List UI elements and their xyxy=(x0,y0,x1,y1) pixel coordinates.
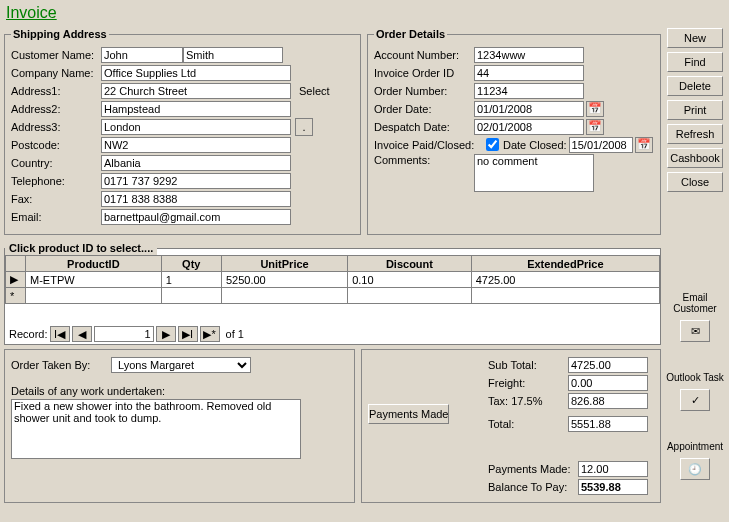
paid-checkbox[interactable] xyxy=(486,138,499,151)
nav-next-icon[interactable]: ▶ xyxy=(156,326,176,342)
calendar-icon[interactable]: 📅 xyxy=(586,101,604,117)
order-taken-select[interactable]: Lyons Margaret xyxy=(111,357,251,373)
outlook-task-label: Outlook Task xyxy=(666,372,724,383)
tax-value xyxy=(568,393,648,409)
table-row[interactable]: ▶ M-ETPW 1 5250.00 0.10 4725.00 xyxy=(6,272,660,288)
cell-discount[interactable]: 0.10 xyxy=(348,272,472,288)
shipping-fieldset: Shipping Address Customer Name: Company … xyxy=(4,28,361,235)
label-ordernum: Order Number: xyxy=(374,85,474,97)
company-input[interactable] xyxy=(101,65,291,81)
despatch-input[interactable] xyxy=(474,119,584,135)
cell-qty[interactable]: 1 xyxy=(161,272,221,288)
label-telephone: Telephone: xyxy=(11,175,101,187)
col-unitprice[interactable]: UnitPrice xyxy=(221,256,347,272)
record-pos-input[interactable] xyxy=(94,326,154,342)
totals-panel: Payments Made Sub Total: Freight: Tax: 1… xyxy=(361,349,661,503)
last-name-input[interactable] xyxy=(183,47,283,63)
addr2-input[interactable] xyxy=(101,101,291,117)
cell-unitprice[interactable]: 5250.00 xyxy=(221,272,347,288)
label-despatch: Despatch Date: xyxy=(374,121,474,133)
comments-textarea[interactable]: no comment xyxy=(474,154,594,192)
telephone-input[interactable] xyxy=(101,173,291,189)
delete-button[interactable]: Delete xyxy=(667,76,723,96)
product-grid-fieldset: Click product ID to select.... ProductID… xyxy=(4,241,661,345)
page-title: Invoice xyxy=(0,0,729,26)
orderdate-input[interactable] xyxy=(474,101,584,117)
payments-made-button[interactable]: Payments Made xyxy=(368,404,449,424)
work-details-textarea[interactable]: Fixed a new shower into the bathroom. Re… xyxy=(11,399,301,459)
label-invoiceid: Invoice Order ID xyxy=(374,67,474,79)
shipping-legend: Shipping Address xyxy=(11,28,109,40)
calendar-icon[interactable]: 📅 xyxy=(586,119,604,135)
label-customer: Customer Name: xyxy=(11,49,101,61)
col-discount[interactable]: Discount xyxy=(348,256,472,272)
new-button[interactable]: New xyxy=(667,28,723,48)
current-row-icon: ▶ xyxy=(6,272,26,288)
cell-productid[interactable]: M-ETPW xyxy=(26,272,162,288)
nav-new-icon[interactable]: ▶* xyxy=(200,326,220,342)
label-addr1: Address1: xyxy=(11,85,101,97)
first-name-input[interactable] xyxy=(101,47,183,63)
email-input[interactable] xyxy=(101,209,291,225)
col-extended[interactable]: ExtendedPrice xyxy=(471,256,659,272)
refresh-button[interactable]: Refresh xyxy=(667,124,723,144)
payments-value xyxy=(578,461,648,477)
calendar-icon[interactable]: 📅 xyxy=(635,137,653,153)
row-selector-header xyxy=(6,256,26,272)
new-row[interactable]: * xyxy=(6,288,660,304)
email-customer-label: Email Customer xyxy=(665,292,725,314)
details-label: Details of any work undertaken: xyxy=(11,385,348,397)
appointment-label: Appointment xyxy=(667,441,723,452)
label-postcode: Postcode: xyxy=(11,139,101,151)
label-paid: Invoice Paid/Closed: xyxy=(374,139,486,151)
label-account: Account Number: xyxy=(374,49,474,61)
side-buttons: New Find Delete Print Refresh Cashbook C… xyxy=(665,28,725,503)
addr3-input[interactable] xyxy=(101,119,291,135)
nav-prev-icon[interactable]: ◀ xyxy=(72,326,92,342)
cashbook-button[interactable]: Cashbook xyxy=(667,148,723,168)
fax-input[interactable] xyxy=(101,191,291,207)
label-addr3: Address3: xyxy=(11,121,101,133)
new-row-icon: * xyxy=(6,288,26,304)
country-input[interactable] xyxy=(101,155,291,171)
find-button[interactable]: Find xyxy=(667,52,723,72)
invoiceid-input[interactable] xyxy=(474,65,584,81)
nav-first-icon[interactable]: I◀ xyxy=(50,326,70,342)
col-qty[interactable]: Qty xyxy=(161,256,221,272)
account-input[interactable] xyxy=(474,47,584,63)
record-navigator: Record: I◀ ◀ ▶ ▶I ▶* of 1 xyxy=(5,324,660,344)
ordernum-input[interactable] xyxy=(474,83,584,99)
clock-icon[interactable]: 🕘 xyxy=(680,458,710,480)
freight-value xyxy=(568,375,648,391)
addr1-input[interactable] xyxy=(101,83,291,99)
label-subtotal: Sub Total: xyxy=(488,359,568,371)
dateclosed-input[interactable] xyxy=(569,137,633,153)
label-comments: Comments: xyxy=(374,154,474,166)
label-balance: Balance To Pay: xyxy=(488,481,578,493)
col-productid[interactable]: ProductID xyxy=(26,256,162,272)
label-company: Company Name: xyxy=(11,67,101,79)
outlook-task-icon[interactable]: ✓ xyxy=(680,389,710,411)
select-text[interactable]: Select xyxy=(299,85,330,97)
order-legend: Order Details xyxy=(374,28,447,40)
label-email: Email: xyxy=(11,211,101,223)
label-country: Country: xyxy=(11,157,101,169)
subtotal-value xyxy=(568,357,648,373)
label-addr2: Address2: xyxy=(11,103,101,115)
order-details-fieldset: Order Details Account Number: Invoice Or… xyxy=(367,28,661,235)
label-freight: Freight: xyxy=(488,377,568,389)
record-of: of 1 xyxy=(226,328,244,340)
label-orderdate: Order Date: xyxy=(374,103,474,115)
total-value xyxy=(568,416,648,432)
email-icon[interactable]: ✉ xyxy=(680,320,710,342)
close-button[interactable]: Close xyxy=(667,172,723,192)
product-grid[interactable]: ProductID Qty UnitPrice Discount Extende… xyxy=(5,255,660,304)
print-button[interactable]: Print xyxy=(667,100,723,120)
ellipsis-button[interactable]: . xyxy=(295,118,313,136)
label-total: Total: xyxy=(488,418,568,430)
order-taken-panel: Order Taken By: Lyons Margaret Details o… xyxy=(4,349,355,503)
cell-extended[interactable]: 4725.00 xyxy=(471,272,659,288)
postcode-input[interactable] xyxy=(101,137,291,153)
nav-last-icon[interactable]: ▶I xyxy=(178,326,198,342)
label-order-taken: Order Taken By: xyxy=(11,359,111,371)
